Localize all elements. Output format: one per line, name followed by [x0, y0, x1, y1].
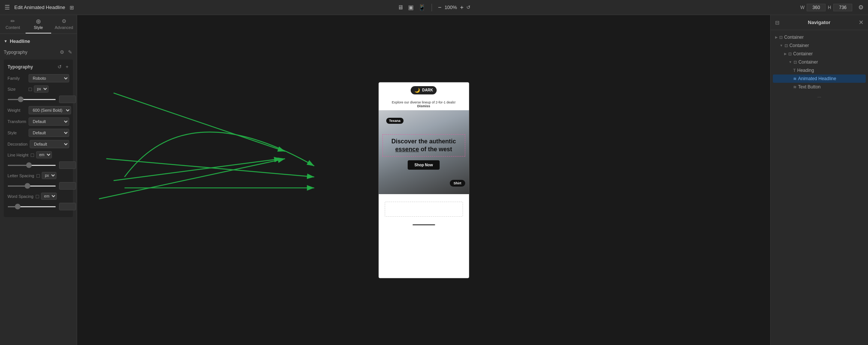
typography-sub-section: Typography ↺ + Family Roboto Size [4, 59, 73, 217]
navigator-close-button[interactable]: ✕ [859, 19, 863, 26]
topbar-center: 🖥 ▣ 📱 − 100% + ↺ [398, 4, 471, 11]
svg-line-5 [114, 93, 285, 151]
typography-label: Typography [4, 50, 27, 55]
line-height-slider[interactable] [8, 165, 56, 166]
typography-edit-icon[interactable]: ✎ [67, 49, 73, 56]
navigator-tree: ▶ ⊡ Container ▼ ⊡ Container ▶ ⊡ Containe… [771, 30, 868, 345]
family-select[interactable]: Roboto [29, 74, 69, 82]
size-unit-select[interactable]: px [34, 85, 49, 93]
content-tab-icon: ✏ [11, 18, 15, 24]
nav-more: ... [773, 91, 866, 101]
style-label: Style [8, 131, 26, 135]
transform-select[interactable]: Default [29, 117, 69, 126]
nav-item-container-4[interactable]: ▼ ⊡ Container [773, 58, 866, 66]
svg-line-1 [106, 159, 314, 177]
dark-toggle[interactable]: 🌙 DARK [411, 86, 437, 94]
texana-badge: Texana [386, 118, 404, 124]
line-height-value[interactable]: 1.3 [59, 161, 76, 169]
word-spacing-unit[interactable]: em [41, 193, 57, 200]
size-value[interactable]: 30 [59, 96, 76, 103]
nav-item-container-2[interactable]: ▼ ⊡ Container [773, 41, 866, 50]
letter-spacing-unit[interactable]: px [42, 172, 56, 179]
textbutton-icon: ≋ [793, 85, 797, 90]
nav-label-container-4: Container [798, 59, 818, 65]
line-height-slider-row: 1.3 [8, 161, 69, 169]
dark-toggle-bar: 🌙 DARK [379, 82, 469, 98]
nav-item-text-button[interactable]: ≋ Text Button [773, 83, 866, 91]
shop-now-button[interactable]: Shop Now [408, 160, 440, 170]
add-icon[interactable]: + [65, 63, 69, 70]
line-height-unit[interactable]: em [36, 151, 52, 158]
chevron-icon: ▶ [775, 35, 778, 39]
content-tab-label: Content [6, 25, 20, 30]
nav-item-container-1[interactable]: ▶ ⊡ Container [773, 33, 866, 41]
heading-icon: T [793, 68, 796, 73]
zoom-out-button[interactable]: − [438, 4, 442, 11]
reset-icon[interactable]: ↺ [57, 63, 62, 70]
container-icon-4: ⊡ [794, 60, 797, 65]
word-spacing-row: Word Spacing □ em [8, 193, 69, 200]
h-input[interactable] [833, 4, 852, 11]
typography-row: Typography ⚙ ✎ [4, 49, 73, 56]
letter-spacing-row: Letter Spacing □ px [8, 172, 69, 179]
headline-box[interactable]: Discover the authentic essence of the we… [382, 134, 465, 157]
word-spacing-slider-row [8, 203, 69, 210]
size-slider-row: 30 [8, 96, 69, 103]
undo-icon[interactable]: ↺ [466, 5, 470, 10]
chevron-icon-2: ▼ [780, 44, 783, 47]
dark-label: DARK [422, 88, 433, 92]
word-spacing-label: Word Spacing [8, 194, 33, 199]
below-hero [379, 194, 469, 278]
tab-content[interactable]: ✏ Content [0, 15, 26, 33]
zoom-in-button[interactable]: + [460, 4, 463, 11]
style-tab-icon: ◎ [36, 18, 41, 24]
nav-item-animated-headline[interactable]: ≋ Animated Headline [773, 74, 866, 83]
nav-label-textbutton: Text Button [798, 84, 821, 90]
chevron-icon-3: ▶ [784, 52, 787, 56]
nav-label-animated: Animated Headline [798, 76, 836, 81]
family-label: Family [8, 76, 26, 81]
weight-row: Weight 600 (Semi Bold) [8, 106, 69, 114]
line-height-label: Line Height [8, 153, 29, 157]
shirt-badge: Shirt [450, 180, 465, 187]
advanced-tab-icon: ⚙ [62, 18, 67, 24]
decoration-select[interactable]: Default [30, 140, 69, 148]
zoom-level: 100% [445, 5, 457, 10]
tab-style[interactable]: ◎ Style [26, 15, 51, 33]
nav-item-container-3[interactable]: ▶ ⊡ Container [773, 50, 866, 58]
svg-line-4 [99, 159, 285, 199]
letter-spacing-slider[interactable] [8, 185, 56, 187]
page-content: 🌙 DARK Explore our diverse lineup of 2-f… [379, 82, 469, 278]
sub-section-actions: ↺ + [57, 63, 69, 70]
nav-item-heading[interactable]: T Heading [773, 66, 866, 74]
topbar-right: W H ⚙ [800, 4, 863, 11]
style-select[interactable]: Default [29, 129, 69, 137]
advanced-tab-label: Advanced [55, 25, 73, 30]
chevron-icon-4: ▼ [789, 60, 792, 64]
desktop-icon[interactable]: 🖥 [398, 4, 404, 11]
w-label: W [800, 5, 804, 10]
promo-line1: Explore our diverse lineup of 2-for-1 de… [382, 100, 465, 104]
tablet-icon[interactable]: ▣ [408, 4, 414, 11]
tab-advanced[interactable]: ⚙ Advanced [51, 15, 77, 33]
device-frame: 🌙 DARK Explore our diverse lineup of 2-f… [379, 82, 469, 278]
nav-label-heading: Heading [797, 68, 814, 73]
w-input[interactable] [807, 4, 826, 11]
line-height-row: Line Height □ em [8, 151, 69, 158]
grid-icon[interactable]: ⊞ [70, 5, 74, 11]
mobile-icon[interactable]: 📱 [418, 4, 426, 11]
size-slider[interactable] [8, 99, 56, 100]
navigator-title: Navigator [808, 20, 830, 25]
hamburger-icon[interactable]: ☰ [5, 4, 10, 11]
word-spacing-value[interactable] [59, 203, 76, 210]
promo-text: Explore our diverse lineup of 2-for-1 de… [379, 98, 469, 110]
family-row: Family Roboto [8, 74, 69, 82]
typography-settings-icon[interactable]: ⚙ [59, 49, 65, 56]
sub-section-title: Typography [8, 64, 33, 70]
letter-spacing-value[interactable] [59, 182, 76, 190]
main-layout: ✏ Content ◎ Style ⚙ Advanced ▼ Headline … [0, 15, 868, 345]
placeholder-box [385, 202, 463, 217]
word-spacing-slider[interactable] [8, 206, 56, 207]
settings-icon[interactable]: ⚙ [858, 4, 863, 11]
weight-select[interactable]: 600 (Semi Bold) [29, 106, 71, 114]
